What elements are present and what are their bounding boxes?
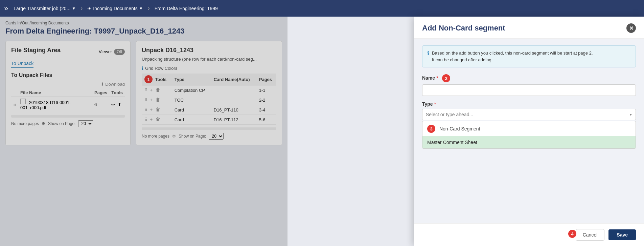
file-pages-cell: 6 [92, 97, 109, 112]
table-row: ⠿ ＋ 🗑 Card D16_PT-110 3-4 [142, 105, 276, 115]
cancel-button[interactable]: Cancel [576, 229, 605, 241]
horizontal-scrollbar-unpack[interactable] [142, 127, 276, 130]
modal-overlay: Add Non-Card segment ✕ ℹ Based on the ad… [414, 17, 644, 246]
nav-item-delta[interactable]: From Delta Engineering: T999 [152, 4, 221, 13]
drag-handle: ⠿ [144, 88, 147, 93]
step-4-badge: 4 [568, 230, 576, 238]
download-button[interactable]: ⬇ Download [11, 82, 125, 87]
info-text-2: It can be changed after adding [432, 57, 593, 63]
viewer-toggle[interactable]: Viewer Off [99, 49, 125, 55]
pagination-bar-staging: No more pages ⚙ Show on Page: 20 50 [11, 120, 125, 127]
nav-delta-label: From Delta Engineering: T999 [155, 6, 218, 11]
pages-cell: 1-1 [256, 85, 276, 95]
pages-cell: 5-6 [256, 115, 276, 125]
cardname-cell [211, 95, 256, 105]
modal-footer: 4 Cancel Save [414, 223, 644, 246]
table-row: ⠿ ＋ 🗑 Compilation CP 1-1 [142, 85, 276, 95]
type-cell: Compilation CP [172, 85, 211, 95]
nav-separator-2: › [148, 5, 150, 12]
name-input[interactable] [422, 84, 636, 96]
type-cell: TOC [172, 95, 211, 105]
show-on-page-label: Show on Page: [179, 134, 206, 139]
table-row: ⠿ 20190318-D16-0001-001_r000.pdf 6 ✏ ⬆ [11, 97, 125, 112]
horizontal-scrollbar[interactable] [11, 115, 125, 118]
unpack-description: Unpacking structure (one row for each ca… [142, 57, 276, 62]
grid-row-colors-info: ℹ Grid Row Colors [142, 66, 276, 71]
nav-incoming-label: Incoming Documents [93, 6, 138, 11]
type-label: Type * [422, 101, 636, 107]
name-label: Name * 2 [422, 74, 636, 82]
drag-handle: ⠿ [144, 98, 147, 102]
nav-item-job[interactable]: Large Transmitter job (20... ▼ [11, 4, 78, 13]
type-select-wrapper [422, 109, 636, 120]
panels-row: File Staging Area Viewer Off To Unpack T… [5, 41, 282, 145]
add-row-btn[interactable]: ＋ [149, 87, 154, 93]
add-row-btn[interactable]: ＋ [149, 117, 154, 122]
step-3-badge: 3 [427, 125, 435, 133]
info-text-1: Based on the add button you clicked, thi… [432, 50, 593, 57]
page-title: From Delta Engineering: T9997_Unpack_D16… [5, 27, 282, 36]
per-page-select-unpack[interactable]: 20 50 [209, 133, 224, 140]
save-button[interactable]: Save [608, 229, 636, 240]
upload-icon[interactable]: ⬆ [118, 102, 121, 107]
col-pages: Pages [92, 89, 109, 97]
nav-job-label: Large Transmitter job (20... [14, 6, 70, 11]
type-form-group: Type * 3 Non-Card Segment Master Comment… [422, 101, 636, 149]
dropdown-item-non-card[interactable]: 3 Non-Card Segment [422, 121, 636, 136]
no-more-pages-label: No more pages [11, 121, 39, 126]
delete-row-btn[interactable]: 🗑 [156, 87, 160, 93]
incoming-docs-icon: ✈ [87, 6, 91, 11]
name-form-group: Name * 2 [422, 74, 636, 96]
file-name-cell: 20190318-D16-0001-001_r000.pdf [20, 100, 71, 110]
dropdown-item-master-comment[interactable]: Master Comment Sheet [422, 136, 636, 148]
row-checkbox[interactable] [20, 99, 26, 104]
nav-separator-1: › [80, 5, 83, 12]
file-staging-panel: File Staging Area Viewer Off To Unpack T… [5, 41, 131, 145]
col-checkbox [11, 89, 18, 97]
file-table: File Name Pages Tools ⠿ 20190318-D16-000… [11, 89, 125, 112]
unpack-table: 1 Tools Type Card Name(Auto) Pages ⠿ [142, 74, 276, 125]
show-on-page-label: Show on Page: [48, 121, 75, 126]
no-more-pages-label: No more pages [142, 134, 169, 139]
main-area: Cards In/Out /Incoming Documents From De… [0, 17, 644, 246]
delete-row-btn[interactable]: 🗑 [156, 107, 160, 112]
pages-cell: 2-2 [256, 95, 276, 105]
col-tools-header: 1 Tools [142, 74, 172, 85]
close-button[interactable]: ✕ [626, 23, 636, 33]
col-cardname-header: Card Name(Auto) [211, 74, 256, 85]
breadcrumb: Cards In/Out /Incoming Documents [5, 21, 282, 25]
delete-row-btn[interactable]: 🗑 [156, 97, 160, 102]
table-row: ⠿ ＋ 🗑 Card D16_PT-112 5-6 [142, 115, 276, 125]
app-logo: » [4, 4, 8, 13]
to-unpack-tab[interactable]: To Unpack [11, 61, 33, 68]
info-box: ℹ Based on the add button you clicked, t… [422, 45, 636, 67]
delete-row-btn[interactable]: 🗑 [156, 117, 160, 122]
type-cell: Card [172, 105, 211, 115]
type-dropdown-list: 3 Non-Card Segment Master Comment Sheet [422, 121, 636, 149]
loading-icon: ⚙ [42, 121, 45, 126]
drag-handle: ⠿ [144, 117, 147, 122]
nav-item-incoming[interactable]: ✈ Incoming Documents ▼ [85, 4, 145, 13]
col-tools: Tools [109, 89, 125, 97]
info-circle-icon: ℹ [427, 50, 429, 57]
name-required-star: * [436, 75, 438, 81]
col-pages-header: Pages [256, 74, 276, 85]
cardname-cell [211, 85, 256, 95]
drag-handle: ⠿ [144, 107, 147, 112]
edit-icon[interactable]: ✏ [111, 102, 115, 107]
nav-job-chevron-icon: ▼ [72, 6, 76, 11]
loading-icon: ⚙ [172, 134, 176, 139]
per-page-select-staging[interactable]: 20 50 [78, 120, 93, 127]
type-input[interactable] [422, 109, 636, 120]
add-row-btn[interactable]: ＋ [149, 97, 154, 102]
add-row-btn[interactable]: ＋ [149, 107, 154, 112]
drag-handle-cell: ⠿ [11, 97, 18, 112]
pagination-bar-unpack: No more pages ⚙ Show on Page: 20 50 [142, 133, 276, 140]
modal-body: ℹ Based on the add button you clicked, t… [414, 39, 644, 223]
pages-cell: 3-4 [256, 105, 276, 115]
cardname-cell: D16_PT-112 [211, 115, 256, 125]
table-row: ⠿ ＋ 🗑 TOC 2-2 [142, 95, 276, 105]
left-panel: Cards In/Out /Incoming Documents From De… [0, 17, 288, 246]
download-icon: ⬇ [100, 82, 104, 87]
col-type-header: Type [172, 74, 211, 85]
